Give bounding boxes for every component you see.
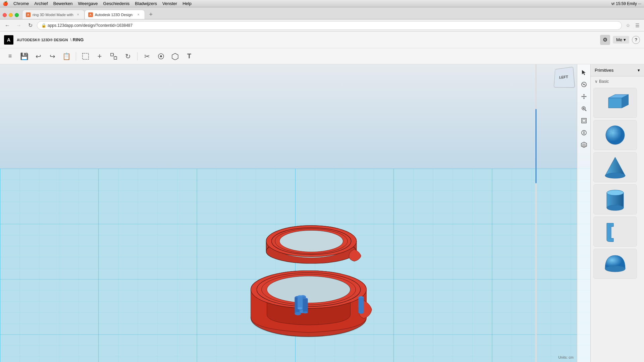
primitive-cone[interactable] (593, 152, 637, 182)
modify-button[interactable]: ✂ (141, 50, 153, 62)
menu-archief[interactable]: Archief (34, 1, 48, 6)
text-button[interactable]: T (183, 50, 195, 62)
nav-cube-label: LEFT (559, 75, 568, 79)
svg-point-73 (605, 266, 625, 272)
clock-user: vr 15:59 Emily ··· (611, 1, 641, 6)
panel-arrow[interactable]: ▾ (638, 68, 640, 73)
header-right: ⚙ Me ▾ ? (600, 35, 640, 45)
zoom-tool-button[interactable] (579, 103, 589, 114)
scroll-thumb (535, 109, 537, 183)
primitive-hemisphere[interactable] (593, 249, 637, 279)
app-title: AUTODESK® 123D® DESIGN \ RING (17, 37, 84, 42)
refresh-icon: ↻ (125, 52, 131, 60)
minimize-button[interactable] (9, 13, 13, 17)
settings-gear-icon: ⚙ (603, 37, 607, 43)
url-bar[interactable]: 🔒 apps.123dapp.com/design/?contentid=163… (37, 21, 622, 30)
units-label: Units: cm (558, 355, 574, 359)
main-area: Units: cm LEFT (0, 64, 644, 362)
reload-button[interactable]: ↻ (25, 21, 35, 30)
settings-icon[interactable]: ☰ (633, 21, 641, 29)
combine-icon (171, 53, 179, 60)
save-button[interactable]: 💾 (18, 50, 30, 62)
tab-1-label: ring 3D Model Made with (33, 13, 73, 17)
new-tab-button[interactable]: + (146, 10, 156, 19)
redo-button[interactable]: ↪ (46, 50, 58, 62)
menu-bladwijzers[interactable]: Bladwijzers (135, 1, 157, 6)
transform-button[interactable] (108, 50, 120, 62)
tab-favicon-2: A (88, 12, 93, 17)
svg-point-65 (606, 126, 625, 144)
fit-view-button[interactable] (579, 115, 589, 126)
viewport[interactable]: Units: cm LEFT (0, 64, 590, 362)
svg-point-16 (280, 230, 343, 252)
refresh-button[interactable]: ↻ (122, 50, 134, 62)
material-button[interactable] (579, 139, 589, 150)
svg-marker-43 (582, 70, 586, 75)
app-header: A AUTODESK® 123D® DESIGN \ RING ⚙ Me ▾ ? (0, 32, 644, 48)
forward-button[interactable]: → (14, 21, 23, 30)
toolbar-separator-1 (76, 52, 76, 60)
address-right: ☆ ☰ (624, 21, 641, 29)
tab-1-close[interactable]: × (75, 12, 81, 17)
primitive-box[interactable] (593, 88, 637, 118)
menu-button[interactable]: ≡ (4, 50, 16, 62)
select-tool-button[interactable] (579, 67, 589, 78)
svg-rect-38 (303, 299, 308, 312)
toolbar: ≡ 💾 ↩ ↪ 📋 + ↻ ✂ (0, 48, 644, 64)
select-box-button[interactable] (79, 50, 92, 62)
svg-point-72 (607, 205, 624, 210)
nav-cube-inner: LEFT (554, 67, 575, 88)
menu-geschiedenis[interactable]: Geschiedenis (103, 1, 130, 6)
me-button[interactable]: Me ▾ (613, 36, 629, 44)
clipboard-button[interactable]: 📋 (60, 50, 72, 62)
svg-marker-49 (586, 96, 587, 97)
svg-marker-47 (583, 98, 585, 99)
apple-menu[interactable]: 🍎 (3, 1, 8, 6)
me-label: Me (616, 37, 622, 42)
bookmark-icon[interactable]: ☆ (624, 21, 632, 29)
mac-menubar: 🍎 Chrome Archief Bewerken Weergave Gesch… (0, 0, 644, 7)
svg-point-39 (303, 311, 308, 313)
menu-venster[interactable]: Venster (162, 1, 177, 6)
settings-button[interactable]: ⚙ (600, 35, 610, 45)
menu-weergave[interactable]: Weergave (78, 1, 98, 6)
svg-point-42 (358, 311, 364, 314)
view-options-button[interactable] (579, 127, 589, 138)
me-dropdown-icon: ▾ (624, 37, 626, 42)
svg-rect-41 (358, 298, 364, 312)
tab-2[interactable]: A Autodesk 123D Design × (85, 10, 145, 19)
help-label: ? (635, 37, 637, 42)
modify-icon: ✂ (144, 52, 150, 60)
tab-2-close[interactable]: × (136, 12, 141, 17)
menu-chrome[interactable]: Chrome (13, 1, 29, 6)
combine-button[interactable] (169, 50, 181, 62)
traffic-lights (3, 13, 19, 17)
redo-icon: ↪ (50, 52, 55, 60)
tab-bar: A ring 3D Model Made with × A Autodesk 1… (0, 7, 644, 19)
tab-2-label: Autodesk 123D Design (95, 13, 133, 17)
svg-line-51 (585, 110, 586, 111)
browser-window: A ring 3D Model Made with × A Autodesk 1… (0, 7, 644, 362)
menu-bewerken[interactable]: Bewerken (53, 1, 73, 6)
add-button[interactable]: + (94, 50, 106, 62)
group-button[interactable] (155, 50, 167, 62)
menu-icon: ≡ (8, 53, 12, 60)
orbit-tool-button[interactable] (579, 79, 589, 90)
primitive-sphere[interactable] (593, 120, 637, 150)
maximize-button[interactable] (15, 13, 19, 17)
pan-tool-button[interactable] (579, 91, 589, 102)
toolbar-separator-2 (137, 52, 138, 60)
panel-title: Primitives (595, 68, 613, 73)
primitive-torus[interactable] (593, 217, 637, 247)
clipboard-icon: 📋 (62, 52, 71, 60)
close-button[interactable] (3, 13, 7, 17)
tab-1[interactable]: A ring 3D Model Made with × (22, 10, 85, 19)
undo-button[interactable]: ↩ (32, 50, 44, 62)
nav-cube[interactable]: LEFT (553, 67, 574, 87)
menubar-right: vr 15:59 Emily ··· (611, 1, 641, 6)
back-button[interactable]: ← (3, 21, 12, 30)
primitives-grid (591, 86, 644, 282)
primitive-cylinder[interactable] (593, 184, 637, 215)
help-button[interactable]: ? (632, 36, 640, 44)
menu-help[interactable]: Help (182, 1, 192, 6)
